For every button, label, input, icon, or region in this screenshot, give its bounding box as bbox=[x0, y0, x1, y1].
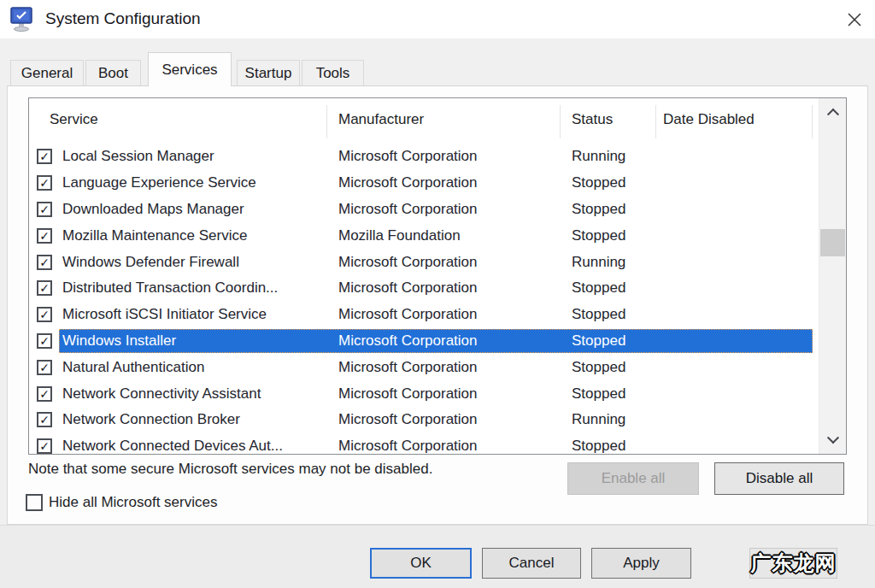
hide-microsoft-services-label: Hide all Microsoft services bbox=[49, 494, 217, 511]
tab-startup[interactable]: Startup bbox=[237, 60, 300, 85]
service-checkbox[interactable]: ✓ bbox=[37, 202, 52, 217]
table-row[interactable]: ✓Mozilla Maintenance ServiceMozilla Foun… bbox=[29, 222, 819, 249]
dialog-footer: OK Cancel Apply 广东龙网 bbox=[0, 525, 875, 588]
service-checkbox[interactable]: ✓ bbox=[37, 255, 52, 270]
tab-boot[interactable]: Boot bbox=[85, 60, 141, 85]
column-header-service[interactable]: Service bbox=[29, 98, 327, 141]
service-checkbox[interactable]: ✓ bbox=[37, 228, 52, 244]
vertical-scrollbar[interactable] bbox=[819, 98, 846, 454]
service-name: Windows Defender Firewall bbox=[62, 254, 326, 271]
close-button[interactable] bbox=[841, 6, 868, 33]
service-status: Stopped bbox=[572, 385, 666, 403]
window-title: System Configuration bbox=[45, 9, 201, 28]
service-manufacturer: Microsoft Corporation bbox=[338, 279, 565, 297]
table-row[interactable]: ✓Network Connection BrokerMicrosoft Corp… bbox=[29, 407, 819, 433]
service-checkbox[interactable]: ✓ bbox=[37, 438, 52, 454]
enable-all-button[interactable]: Enable all bbox=[567, 462, 699, 495]
service-manufacturer: Microsoft Corporation bbox=[338, 201, 565, 218]
disable-all-button[interactable]: Disable all bbox=[714, 462, 844, 495]
service-status: Stopped bbox=[572, 306, 666, 323]
column-header-label: Manufacturer bbox=[338, 111, 424, 128]
service-status: Stopped bbox=[572, 174, 666, 191]
table-row[interactable]: ✓Distributed Transaction Coordin...Micro… bbox=[29, 275, 819, 302]
service-checkbox[interactable]: ✓ bbox=[37, 412, 52, 427]
service-name: Network Connectivity Assistant bbox=[62, 385, 326, 403]
services-list: Service Manufacturer Status Date Disable… bbox=[28, 97, 847, 455]
service-manufacturer: Microsoft Corporation bbox=[338, 306, 565, 323]
service-checkbox[interactable]: ✓ bbox=[37, 386, 52, 402]
hide-microsoft-services-row: Hide all Microsoft services bbox=[26, 494, 217, 511]
service-status: Stopped bbox=[572, 227, 666, 244]
service-manufacturer: Microsoft Corporation bbox=[338, 411, 565, 428]
tab-general[interactable]: General bbox=[10, 60, 84, 85]
service-status: Stopped bbox=[572, 359, 666, 376]
table-row[interactable]: ✓Local Session ManagerMicrosoft Corporat… bbox=[29, 144, 819, 170]
service-checkbox[interactable]: ✓ bbox=[37, 333, 52, 349]
chevron-up-icon bbox=[826, 109, 838, 121]
chevron-down-icon bbox=[826, 432, 838, 444]
column-header-label: Status bbox=[572, 111, 613, 128]
service-name: Microsoft iSCSI Initiator Service bbox=[62, 306, 326, 323]
service-manufacturer: Microsoft Corporation bbox=[338, 332, 565, 350]
hide-microsoft-services-checkbox[interactable] bbox=[26, 494, 43, 511]
service-manufacturer: Microsoft Corporation bbox=[338, 254, 565, 271]
tab-label: Services bbox=[161, 62, 217, 79]
ok-button[interactable]: OK bbox=[370, 548, 472, 579]
scrollbar-thumb[interactable] bbox=[820, 229, 845, 256]
tab-services[interactable]: Services bbox=[148, 52, 232, 86]
service-manufacturer: Microsoft Corporation bbox=[338, 359, 565, 376]
service-status: Stopped bbox=[572, 279, 666, 297]
service-checkbox[interactable]: ✓ bbox=[37, 280, 52, 296]
column-header-status[interactable]: Status bbox=[561, 98, 656, 141]
msconfig-monitor-icon bbox=[10, 7, 32, 32]
service-manufacturer: Microsoft Corporation bbox=[338, 385, 565, 403]
tab-label: Tools bbox=[316, 65, 350, 82]
service-manufacturer: Mozilla Foundation bbox=[338, 227, 565, 244]
apply-button[interactable]: Apply bbox=[591, 548, 691, 579]
column-header-manufacturer[interactable]: Manufacturer bbox=[327, 98, 561, 141]
table-row[interactable]: ✓Windows Defender FirewallMicrosoft Corp… bbox=[29, 249, 819, 275]
table-row[interactable]: ✓Network Connected Devices Aut...Microso… bbox=[29, 433, 819, 454]
service-name: Network Connected Devices Aut... bbox=[62, 438, 326, 454]
system-configuration-dialog: System Configuration General Boot Servic… bbox=[0, 0, 875, 588]
table-row[interactable]: ✓Microsoft iSCSI Initiator ServiceMicros… bbox=[29, 302, 819, 328]
table-row[interactable]: ✓Network Connectivity AssistantMicrosoft… bbox=[29, 380, 819, 407]
service-status: Stopped bbox=[572, 332, 666, 350]
service-status: Running bbox=[572, 254, 666, 271]
scroll-up-button[interactable] bbox=[819, 98, 846, 126]
column-header-label: Date Disabled bbox=[663, 111, 755, 128]
table-row[interactable]: ✓Downloaded Maps ManagerMicrosoft Corpor… bbox=[29, 197, 819, 223]
services-tab-page: Service Manufacturer Status Date Disable… bbox=[7, 85, 868, 525]
tab-tools[interactable]: Tools bbox=[302, 60, 364, 85]
table-row[interactable]: ✓Windows InstallerMicrosoft CorporationS… bbox=[29, 328, 819, 355]
service-status: Stopped bbox=[572, 438, 666, 454]
column-header-label: Service bbox=[50, 111, 98, 128]
service-status: Stopped bbox=[572, 201, 666, 218]
service-name: Distributed Transaction Coordin... bbox=[62, 279, 326, 297]
table-row[interactable]: ✓Language Experience ServiceMicrosoft Co… bbox=[29, 170, 819, 197]
service-name: Network Connection Broker bbox=[62, 411, 326, 428]
list-header: Service Manufacturer Status Date Disable… bbox=[29, 98, 846, 141]
service-rows: ✓Local Session ManagerMicrosoft Corporat… bbox=[29, 144, 819, 454]
service-checkbox[interactable]: ✓ bbox=[37, 307, 52, 322]
table-row[interactable]: ✓Natural AuthenticationMicrosoft Corpora… bbox=[29, 354, 819, 380]
column-header-date-disabled[interactable]: Date Disabled bbox=[656, 98, 813, 141]
service-checkbox[interactable]: ✓ bbox=[37, 149, 52, 164]
help-button[interactable]: 广东龙网 bbox=[749, 548, 837, 579]
service-name: Mozilla Maintenance Service bbox=[62, 227, 326, 244]
service-manufacturer: Microsoft Corporation bbox=[338, 174, 565, 191]
service-checkbox[interactable]: ✓ bbox=[37, 360, 52, 375]
watermark-text: 广东龙网 bbox=[751, 550, 837, 577]
service-name: Local Session Manager bbox=[62, 148, 326, 165]
service-name: Natural Authentication bbox=[62, 359, 326, 376]
service-name: Windows Installer bbox=[62, 332, 326, 350]
titlebar: System Configuration bbox=[0, 0, 875, 38]
service-name: Language Experience Service bbox=[62, 174, 326, 191]
service-name: Downloaded Maps Manager bbox=[62, 201, 326, 218]
scroll-down-button[interactable] bbox=[819, 426, 846, 454]
cancel-button[interactable]: Cancel bbox=[482, 548, 581, 579]
tab-label: Startup bbox=[245, 65, 292, 82]
service-manufacturer: Microsoft Corporation bbox=[338, 438, 565, 454]
service-checkbox[interactable]: ✓ bbox=[37, 175, 52, 191]
tab-label: Boot bbox=[98, 65, 128, 82]
